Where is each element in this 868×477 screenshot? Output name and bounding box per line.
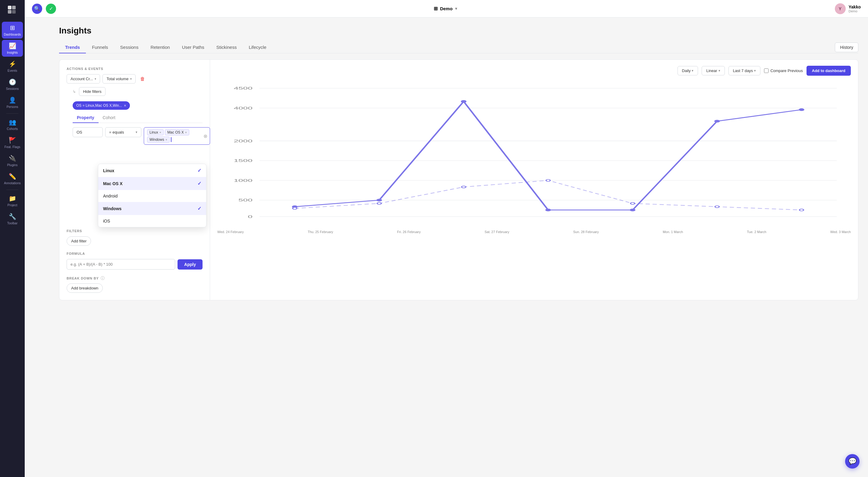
avatar[interactable]: Y bbox=[835, 3, 846, 14]
remove-macos-icon[interactable]: × bbox=[185, 130, 187, 134]
history-button[interactable]: History bbox=[835, 42, 858, 52]
check-button[interactable]: ✓ bbox=[46, 4, 56, 14]
check-linux-icon: ✓ bbox=[197, 168, 201, 173]
dropdown-item-macos[interactable]: Mac OS X ✓ bbox=[98, 177, 206, 190]
formula-label: FORMULA bbox=[67, 252, 203, 256]
sidebar-item-annotations[interactable]: ✏️ Annotations bbox=[2, 170, 23, 187]
svg-text:2000: 2000 bbox=[234, 139, 252, 143]
actions-row: Account Cr... ▾ Total volume ▾ 🗑 bbox=[67, 74, 203, 84]
tab-stickiness[interactable]: Stickiness bbox=[210, 41, 243, 53]
daily-button[interactable]: Daily ▾ bbox=[678, 66, 698, 76]
filters-section: FILTERS Add filter bbox=[67, 229, 203, 246]
filter-chip-label: OS = Linux,Mac OS X,Win... bbox=[76, 103, 122, 108]
annotations-icon: ✏️ bbox=[9, 173, 16, 180]
remove-filter-icon[interactable]: × bbox=[124, 103, 126, 108]
project-icon: 📁 bbox=[9, 195, 16, 202]
sidebar-item-label: Sessions bbox=[6, 87, 19, 90]
sidebar-item-plugins[interactable]: 🔌 Plugins bbox=[2, 152, 23, 169]
main-tabs: Trends Funnels Sessions Retention User P… bbox=[59, 41, 273, 53]
x-label-7: Wed. 3 March bbox=[830, 230, 851, 234]
tab-sessions[interactable]: Sessions bbox=[114, 41, 145, 53]
operator-select[interactable]: = equals ▾ bbox=[105, 127, 141, 137]
dropdown-item-linux[interactable]: Linux ✓ bbox=[98, 164, 206, 177]
svg-text:1000: 1000 bbox=[234, 178, 252, 183]
filter-indent: ↳ Hide filters bbox=[73, 87, 203, 99]
breakdown-label-row: BREAK DOWN BY ⓘ bbox=[67, 276, 203, 281]
right-panel: Daily ▾ Linear ▾ Last 7 days ▾ Compare P… bbox=[210, 60, 858, 300]
property-cohort-tabs: Property Cohort bbox=[73, 113, 203, 123]
chat-button[interactable]: 💬 bbox=[845, 454, 860, 469]
sessions-icon: 🕐 bbox=[9, 79, 16, 86]
sidebar-item-feat-flags[interactable]: 🚩 Feat. Flags bbox=[2, 134, 23, 151]
event-dropdown[interactable]: Account Cr... ▾ bbox=[67, 74, 100, 84]
compare-previous-row: Compare Previous bbox=[764, 68, 803, 73]
dropdown-item-android[interactable]: Android bbox=[98, 190, 206, 202]
tab-trends[interactable]: Trends bbox=[59, 41, 86, 53]
sidebar-item-persons[interactable]: 👤 Persons bbox=[2, 94, 23, 111]
svg-point-30 bbox=[630, 202, 635, 204]
svg-point-27 bbox=[377, 202, 381, 204]
add-to-dashboard-button[interactable]: Add to dashboard bbox=[807, 66, 851, 76]
actions-events-label: ACTIONS & EVENTS bbox=[67, 67, 203, 70]
check-icon: ✓ bbox=[49, 6, 53, 11]
app-logo[interactable] bbox=[6, 4, 19, 17]
value-chip-windows: Windows × bbox=[147, 137, 170, 143]
check-macos-icon: ✓ bbox=[197, 181, 201, 186]
left-panel: ACTIONS & EVENTS Account Cr... ▾ Total v… bbox=[59, 60, 210, 300]
remove-linux-icon[interactable]: × bbox=[159, 130, 161, 134]
content-area: ACTIONS & EVENTS Account Cr... ▾ Total v… bbox=[59, 59, 858, 300]
date-range-button[interactable]: Last 7 days ▾ bbox=[728, 66, 761, 76]
tab-lifecycle[interactable]: Lifecycle bbox=[243, 41, 272, 53]
formula-input[interactable] bbox=[67, 259, 175, 270]
sidebar: ⊞ Dashboards 📈 Insights ⚡ Events 🕐 Sessi… bbox=[0, 0, 25, 477]
svg-text:500: 500 bbox=[239, 198, 253, 202]
filter-value-input[interactable]: Linux × Mac OS X × Windows × ⊗ bbox=[144, 127, 210, 145]
workspace-selector[interactable]: ⊞ Demo ▾ bbox=[434, 6, 457, 11]
tab-user-paths[interactable]: User Paths bbox=[176, 41, 210, 53]
compare-previous-checkbox[interactable] bbox=[764, 68, 769, 73]
sidebar-item-insights[interactable]: 📈 Insights bbox=[2, 40, 23, 57]
tab-retention[interactable]: Retention bbox=[144, 41, 176, 53]
dropdown-item-windows[interactable]: Windows ✓ bbox=[98, 202, 206, 215]
x-axis-labels: Wed. 24 February Thu. 25 February Fri. 2… bbox=[217, 228, 851, 234]
tab-funnels[interactable]: Funnels bbox=[86, 41, 114, 53]
sidebar-item-events[interactable]: ⚡ Events bbox=[2, 58, 23, 75]
svg-point-21 bbox=[461, 100, 467, 103]
linear-button[interactable]: Linear ▾ bbox=[702, 66, 724, 76]
svg-rect-1 bbox=[8, 6, 11, 9]
remove-windows-icon[interactable]: × bbox=[165, 138, 167, 141]
prop-tab-property[interactable]: Property bbox=[73, 113, 98, 123]
clear-values-button[interactable]: ⊗ bbox=[204, 133, 207, 139]
add-filter-button[interactable]: Add filter bbox=[67, 236, 91, 246]
search-button[interactable]: 🔍 bbox=[32, 4, 42, 14]
trash-icon: 🗑 bbox=[140, 76, 145, 82]
chevron-down-icon: ▾ bbox=[718, 69, 720, 73]
compare-label: Compare Previous bbox=[770, 68, 803, 73]
sidebar-item-dashboards[interactable]: ⊞ Dashboards bbox=[2, 22, 23, 38]
sidebar-item-label: Plugins bbox=[7, 163, 18, 167]
sidebar-item-project[interactable]: 📁 Project bbox=[2, 192, 23, 209]
svg-point-32 bbox=[800, 209, 804, 211]
plugins-icon: 🔌 bbox=[9, 155, 16, 162]
filter-chip[interactable]: OS = Linux,Mac OS X,Win... × bbox=[73, 101, 130, 110]
dropdown-item-ios[interactable]: iOS bbox=[98, 215, 206, 227]
formula-section: FORMULA Apply bbox=[67, 252, 203, 270]
sidebar-item-toolbar[interactable]: 🔧 Toolbar bbox=[2, 210, 23, 227]
apply-button[interactable]: Apply bbox=[178, 259, 203, 270]
chevron-down-icon: ▾ bbox=[95, 77, 96, 81]
user-info: Yakko Demo bbox=[849, 4, 861, 13]
add-breakdown-button[interactable]: Add breakdown bbox=[67, 284, 103, 293]
property-select[interactable]: OS bbox=[73, 127, 103, 137]
chevron-down-icon: ▾ bbox=[754, 69, 756, 73]
breakdown-row: Add breakdown bbox=[67, 284, 203, 293]
metric-dropdown[interactable]: Total volume ▾ bbox=[102, 74, 135, 84]
x-label-0: Wed. 24 February bbox=[217, 230, 244, 234]
prop-tab-cohort[interactable]: Cohort bbox=[98, 113, 120, 123]
svg-point-26 bbox=[293, 207, 297, 210]
delete-event-button[interactable]: 🗑 bbox=[138, 74, 147, 84]
x-label-2: Fri. 26 February bbox=[397, 230, 421, 234]
hide-filters-button[interactable]: Hide filters bbox=[79, 87, 105, 96]
svg-point-29 bbox=[546, 179, 550, 181]
sidebar-item-cohorts[interactable]: 👥 Cohorts bbox=[2, 116, 23, 133]
sidebar-item-sessions[interactable]: 🕐 Sessions bbox=[2, 76, 23, 93]
